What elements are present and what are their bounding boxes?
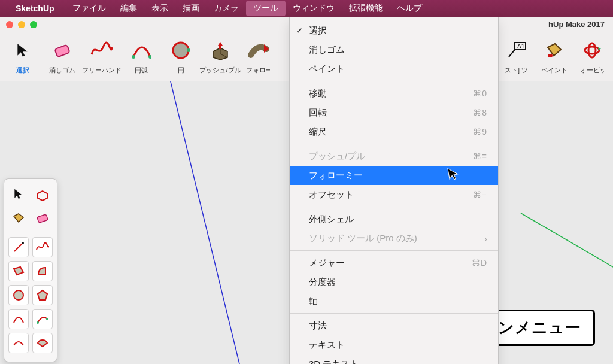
svg-point-8 bbox=[548, 54, 553, 57]
tools-dropdown: 選択 消しゴム ペイント 移動⌘0 回転⌘8 縮尺⌘9 プッシュ/プル⌘= フォ… bbox=[289, 17, 499, 364]
palette-select[interactable] bbox=[8, 184, 29, 204]
tool-paint[interactable]: ペイント bbox=[538, 38, 571, 75]
tool-label: 選択 bbox=[16, 66, 29, 75]
menu-draw[interactable]: 描画 bbox=[175, 1, 207, 16]
tool-label: プッシュ/プル bbox=[199, 66, 241, 75]
menu-item-select[interactable]: 選択 bbox=[290, 21, 498, 40]
menu-item-outershell[interactable]: 外側シェル bbox=[290, 210, 498, 229]
svg-point-10 bbox=[588, 43, 596, 57]
menu-separator bbox=[290, 250, 498, 251]
menu-item-scale[interactable]: 縮尺⌘9 bbox=[290, 122, 498, 141]
menu-item-followme[interactable]: フォローミー bbox=[290, 166, 498, 185]
zoom-button[interactable] bbox=[30, 21, 37, 28]
green-axis bbox=[521, 213, 613, 267]
tool-followme[interactable]: フォローミ bbox=[243, 38, 273, 75]
tool-label: ペイント bbox=[541, 66, 568, 75]
menu-separator bbox=[290, 144, 498, 144]
menu-item-text[interactable]: テキスト bbox=[290, 335, 498, 354]
chevron-right-icon: › bbox=[484, 233, 487, 244]
close-button[interactable] bbox=[6, 21, 13, 28]
svg-point-16 bbox=[37, 321, 39, 324]
svg-marker-15 bbox=[38, 290, 47, 300]
palette-circle[interactable] bbox=[8, 285, 29, 305]
menu-item-move[interactable]: 移動⌘0 bbox=[290, 84, 498, 103]
paint-icon bbox=[542, 38, 566, 62]
menu-item-paint[interactable]: ペイント bbox=[290, 59, 498, 78]
menu-view[interactable]: 表示 bbox=[144, 1, 175, 16]
menu-item-tape[interactable]: メジャー⌘D bbox=[290, 253, 498, 272]
palette-line[interactable] bbox=[8, 237, 29, 257]
menu-item-dimensions[interactable]: 寸法 bbox=[290, 316, 498, 335]
text-icon: A1 bbox=[505, 38, 529, 62]
menu-extensions[interactable]: 拡張機能 bbox=[342, 1, 390, 16]
tool-freehand[interactable]: フリーハンド bbox=[85, 38, 119, 75]
tool-label: フォローミ bbox=[246, 66, 270, 75]
menu-item-axes[interactable]: 軸 bbox=[290, 292, 498, 311]
palette-paint[interactable] bbox=[8, 208, 29, 228]
app-name[interactable]: SketchUp bbox=[16, 4, 54, 13]
minimize-button[interactable] bbox=[18, 21, 25, 28]
menu-separator bbox=[290, 313, 498, 314]
circle-icon bbox=[169, 38, 193, 62]
menu-separator bbox=[290, 207, 498, 207]
tool-label: スト] ツール bbox=[505, 66, 529, 75]
menu-tools[interactable]: ツール bbox=[246, 1, 286, 16]
palette-rectangle[interactable] bbox=[8, 261, 29, 281]
svg-point-9 bbox=[585, 47, 599, 54]
menu-item-eraser[interactable]: 消しゴム bbox=[290, 40, 498, 59]
tool-arc[interactable]: 円弧 bbox=[125, 38, 158, 75]
svg-rect-11 bbox=[37, 214, 48, 223]
svg-text:A1: A1 bbox=[517, 43, 525, 50]
menu-item-rotate[interactable]: 回転⌘8 bbox=[290, 103, 498, 122]
tool-pushpull[interactable]: プッシュ/プル bbox=[204, 38, 237, 75]
svg-line-12 bbox=[14, 243, 23, 251]
arc-icon bbox=[129, 38, 153, 62]
palette-pie[interactable] bbox=[32, 333, 53, 353]
menu-camera[interactable]: カメラ bbox=[207, 1, 246, 16]
orbit-icon bbox=[580, 38, 604, 62]
menu-window[interactable]: ウィンドウ bbox=[286, 1, 342, 16]
palette-arc[interactable] bbox=[8, 309, 29, 329]
menu-file[interactable]: ファイル bbox=[65, 1, 113, 16]
svg-point-14 bbox=[14, 290, 23, 300]
tool-text[interactable]: A1 スト] ツール bbox=[502, 38, 532, 75]
svg-rect-5 bbox=[219, 46, 221, 49]
svg-point-1 bbox=[132, 55, 135, 59]
system-menubar: SketchUp ファイル 編集 表示 描画 カメラ ツール ウィンドウ 拡張機… bbox=[0, 0, 613, 17]
menu-item-pushpull[interactable]: プッシュ/プル⌘= bbox=[290, 147, 498, 166]
pushpull-icon bbox=[208, 38, 232, 62]
tool-label: 円弧 bbox=[135, 66, 148, 75]
palette-3pt-arc[interactable] bbox=[8, 333, 29, 353]
blue-axis bbox=[168, 81, 239, 364]
menu-separator bbox=[290, 81, 498, 81]
traffic-lights bbox=[6, 21, 37, 28]
tool-label: 消しゴム bbox=[49, 66, 75, 75]
palette-component[interactable] bbox=[32, 184, 53, 204]
eraser-icon bbox=[50, 38, 74, 62]
palette-2pt-arc[interactable] bbox=[32, 309, 53, 329]
svg-point-4 bbox=[187, 48, 190, 52]
tool-circle[interactable]: 円 bbox=[164, 38, 198, 75]
palette-rotated-rect[interactable] bbox=[32, 261, 53, 281]
tool-orbit[interactable]: オービッ bbox=[577, 38, 607, 75]
window-title: hUp Make 2017 bbox=[548, 20, 605, 29]
menu-help[interactable]: ヘルプ bbox=[390, 1, 429, 16]
palette-polygon[interactable] bbox=[32, 285, 53, 305]
palette-freehand[interactable] bbox=[32, 237, 53, 257]
svg-point-3 bbox=[173, 43, 189, 58]
tool-palette[interactable] bbox=[4, 178, 57, 362]
menu-item-offset[interactable]: オフセット⌘− bbox=[290, 185, 498, 204]
followme-icon bbox=[246, 38, 270, 62]
tool-eraser[interactable]: 消しゴム bbox=[45, 38, 79, 75]
menu-item-protractor[interactable]: 分度器 bbox=[290, 272, 498, 292]
menu-item-3dtext[interactable]: 3D テキスト bbox=[290, 354, 498, 364]
svg-point-17 bbox=[46, 318, 48, 320]
svg-rect-0 bbox=[54, 45, 69, 57]
tool-label: フリーハンド bbox=[82, 66, 122, 75]
palette-eraser[interactable] bbox=[32, 208, 53, 228]
menu-edit[interactable]: 編集 bbox=[113, 1, 144, 16]
tool-select[interactable]: 選択 bbox=[6, 38, 40, 75]
tool-label: 円 bbox=[178, 66, 184, 75]
tool-label: オービッ bbox=[580, 66, 604, 75]
select-icon bbox=[11, 38, 35, 62]
